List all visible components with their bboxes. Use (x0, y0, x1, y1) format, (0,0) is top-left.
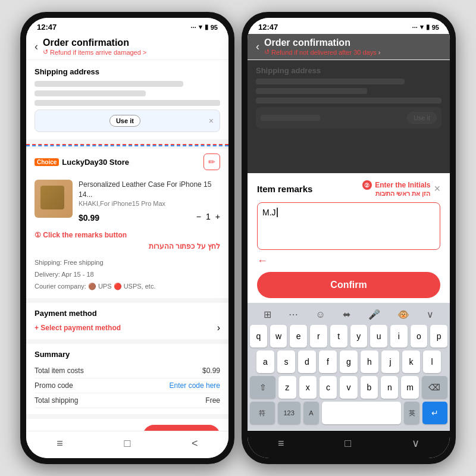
nav-menu-left[interactable]: ≡ (57, 437, 63, 450)
nav-menu-right[interactable]: ≡ (278, 437, 284, 450)
input-value: M.J (262, 208, 276, 217)
blur-addr-1 (35, 81, 183, 87)
kb-row-2: a s d f g h j k l (250, 350, 447, 373)
key-o[interactable]: o (411, 325, 428, 347)
kb-bottom-row: 符 123 A 英 ↵ (250, 402, 447, 424)
edit-remarks-button[interactable]: ✏ (203, 154, 220, 170)
back-button-left[interactable]: ‹ (35, 40, 38, 53)
kb-toolbar: ⊞ ⋯ ☺ ⬌ 🎤 🐵 ∨ (250, 306, 447, 322)
summary-section: Summary Total item costs $0.99 Promo cod… (26, 344, 228, 414)
nav-back-left[interactable]: < (192, 437, 198, 450)
promo-value[interactable]: Enter code here (170, 381, 220, 390)
shipping-value: Free (205, 396, 220, 405)
total-row: Total: $1.50 Place order (26, 419, 228, 431)
qty-control: − 1 + (196, 212, 220, 221)
key-c[interactable]: c (320, 376, 337, 399)
key-q[interactable]: q (250, 325, 267, 347)
key-y[interactable]: y (350, 325, 368, 347)
kb-tool-dots[interactable]: ⋯ (289, 309, 298, 320)
key-r[interactable]: r (310, 325, 327, 347)
key-a[interactable]: a (256, 350, 274, 373)
kb-tool-more[interactable]: 🐵 (397, 309, 409, 320)
status-bar-right: 12:47 ··· ▾ ▮ 95 (248, 18, 450, 34)
promo-label: Promo code (35, 381, 73, 390)
key-t[interactable]: t (330, 325, 347, 347)
store-name: LuckyDay30 Store (62, 158, 129, 167)
key-e[interactable]: e (290, 325, 307, 347)
key-w[interactable]: w (270, 325, 287, 347)
key-delete[interactable]: ⌫ (422, 376, 447, 399)
key-n[interactable]: n (381, 376, 398, 399)
kb-tool-expand[interactable]: ∨ (427, 309, 434, 320)
product-variant: KHAKI,For iPhone15 Pro Max (79, 200, 220, 207)
qty-minus[interactable]: − (196, 212, 201, 221)
key-d[interactable]: d (298, 350, 316, 373)
key-s[interactable]: s (277, 350, 295, 373)
key-i[interactable]: i (390, 325, 408, 347)
refund-arrow: > (143, 49, 146, 56)
payment-row[interactable]: + Select payment method › (35, 322, 220, 333)
key-symbols[interactable]: 符 (250, 402, 275, 424)
courier-info: Courier company: 🟤 UPS 🔴 USPS, etc. (35, 281, 220, 293)
shipping-details: Shipping: Free shipping Delivery: Apr 15… (26, 255, 228, 298)
page-title-right: Order confirmation (264, 37, 380, 48)
product-info: Personalized Leather Case For iPhone 15 … (79, 180, 220, 223)
key-p[interactable]: p (430, 325, 447, 347)
key-v[interactable]: v (340, 376, 357, 399)
arrow-annotation: ← (248, 255, 450, 267)
kb-tool-grid[interactable]: ⊞ (264, 309, 271, 320)
nav-home-right[interactable]: □ (345, 437, 351, 450)
qty-plus[interactable]: + (215, 212, 220, 221)
key-z[interactable]: z (278, 376, 296, 399)
key-x[interactable]: x (299, 376, 317, 399)
kb-row-3: ⇧ z x c v b n m ⌫ (250, 376, 447, 399)
store-row: Choice LuckyDay30 Store ✏ (26, 149, 228, 175)
phone-right: 12:47 ··· ▾ ▮ 95 ‹ Order confirmation ↺ … (242, 12, 456, 464)
circle-num: ② (362, 180, 372, 190)
qty-row: $0.99 − 1 + (79, 211, 220, 223)
use-coupon-button[interactable]: Use it (109, 115, 140, 127)
key-l[interactable]: l (423, 350, 441, 373)
item-costs-value: $0.99 (202, 367, 220, 375)
place-order-button[interactable]: Place order (143, 425, 220, 431)
nav-home-left[interactable]: □ (124, 437, 131, 450)
dots-icon-r: ··· (412, 24, 418, 31)
payment-link[interactable]: + Select payment method (35, 324, 121, 332)
close-coupon-button[interactable]: × (209, 116, 214, 126)
refund-sub-left: ↺ Refund if items arrive damaged > (43, 48, 146, 56)
time-right: 12:47 (258, 23, 278, 32)
payment-arrow: › (217, 322, 220, 333)
key-lang-en[interactable]: 英 (404, 402, 420, 424)
status-icons-right: ··· ▾ ▮ 95 (412, 23, 439, 31)
modal-close-button[interactable]: × (434, 183, 440, 195)
summary-promo-row[interactable]: Promo code Enter code here (35, 378, 220, 393)
key-f[interactable]: f (319, 350, 337, 373)
key-shift[interactable]: ⇧ (250, 376, 275, 399)
key-123[interactable]: 123 (278, 402, 300, 424)
key-j[interactable]: j (381, 350, 399, 373)
kb-tool-cursor[interactable]: ⬌ (343, 309, 350, 320)
key-lang-a[interactable]: A (303, 402, 320, 424)
product-image (35, 180, 73, 218)
key-u[interactable]: u (370, 325, 387, 347)
dots-icon: ··· (191, 24, 196, 31)
bottom-nav-right: ≡ □ ∨ (248, 430, 450, 458)
shipping-section-left: Shipping address Use it × (26, 60, 228, 139)
refund-sub-right: ↺ Refund if not delivered after 30 days … (264, 48, 380, 56)
key-b[interactable]: b (361, 376, 378, 399)
choice-badge: Choice (35, 158, 59, 166)
key-enter[interactable]: ↵ (422, 402, 447, 424)
remarks-input-field[interactable]: M.J (257, 202, 440, 250)
key-h[interactable]: h (361, 350, 378, 373)
confirm-button[interactable]: Confirm (257, 272, 440, 298)
key-m[interactable]: m (401, 376, 418, 399)
kb-tool-emoji[interactable]: ☺ (315, 309, 325, 320)
key-space[interactable] (322, 402, 401, 424)
nav-back-right[interactable]: ∨ (412, 437, 419, 450)
back-button-right[interactable]: ‹ (256, 40, 259, 53)
key-k[interactable]: k (402, 350, 420, 373)
refund-icon-r: ↺ (264, 48, 270, 56)
kb-tool-mic[interactable]: 🎤 (368, 309, 380, 320)
shipping-free: Shipping: Free shipping (35, 257, 220, 269)
key-g[interactable]: g (340, 350, 358, 373)
